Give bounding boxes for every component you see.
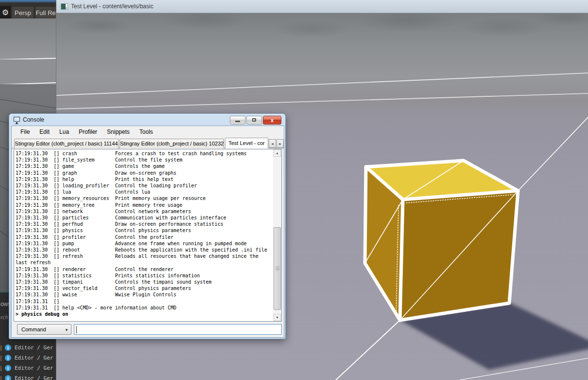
persp-button[interactable]: Persp	[12, 7, 34, 19]
command-mode-label: Command	[21, 326, 46, 332]
log-line: 17:19:31.30 [] refresh Reloads all resou…	[16, 253, 272, 259]
log-line: last refresh	[16, 259, 272, 266]
info-icon: i	[5, 344, 11, 351]
log-line: 17:19:31.30 [] memory_tree Print memory …	[16, 202, 272, 208]
tab-stingray-10232[interactable]: Stingray Editor (cloth_project / basic) …	[120, 139, 224, 148]
scroll-down-icon[interactable]: ▼	[274, 314, 281, 321]
log-row: i Editor / Ger	[0, 353, 56, 363]
log-line: 17:19:31.30 [] wwise Wwise Plugin Contro…	[16, 291, 272, 298]
menu-lua[interactable]: Lua	[54, 127, 74, 137]
log-line: 17:19:31.30 [] loading_profiler Control …	[16, 182, 272, 189]
log-line: 17:19:31.30 [] game Controls the game	[16, 163, 272, 169]
log-line: 17:19:31.30 [] lua Controls lua	[16, 189, 272, 195]
log-line: 17:19:31.30 [] reboot Reboots the applic…	[16, 247, 272, 253]
console-icon	[14, 117, 20, 122]
log-line: 17:19:31.30 [] physics Control physics p…	[16, 227, 272, 234]
physics-cube[interactable]	[365, 161, 518, 320]
console-client-area: File Edit Lua Profiler Snippets Tools St…	[11, 126, 284, 338]
maximize-button[interactable]	[246, 116, 262, 125]
log-line: 17:19:31.30 [] help Print this help text	[16, 176, 272, 182]
log-line: 17:19:31.30 [] timpani Controls the timp…	[16, 279, 272, 285]
console-tabstrip: Stingray Editor (cloth_project / basic) …	[12, 137, 284, 148]
log-line: 17:19:31.31 [] help <CMD> - more informa…	[16, 305, 272, 311]
tab-scroll-right-icon[interactable]: ▸	[277, 139, 284, 148]
viewport-tab-bar[interactable]: Test Level - content/levels/basic	[56, 0, 588, 13]
log-line: 17:19:31.30 [] memory_resources Print me…	[16, 195, 272, 201]
chevron-down-icon: ▼	[65, 328, 69, 332]
text-caret	[76, 326, 77, 333]
log-row: i Editor / Ger	[0, 343, 56, 353]
console-log-area[interactable]: 17:19:31.30 [] crash Forces a crash to t…	[14, 149, 282, 322]
log-line: 17:19:31.30 [] file_system Control the f…	[16, 157, 272, 163]
tab-scroll-left-icon[interactable]: ◂	[269, 139, 276, 148]
full-render-button[interactable]: Full Re	[35, 7, 56, 19]
log-line: > physics debug on	[16, 311, 272, 317]
menu-snippets[interactable]: Snippets	[102, 127, 135, 137]
minimize-button[interactable]	[230, 116, 245, 125]
info-icon: i	[5, 365, 11, 371]
menu-tools[interactable]: Tools	[135, 127, 158, 137]
console-menubar: File Edit Lua Profiler Snippets Tools	[12, 126, 284, 137]
log-row: i Editor / Ger	[0, 363, 56, 374]
close-button[interactable]: x	[263, 116, 281, 125]
log-line: 17:19:31.30 [] profiler Control the prof…	[16, 234, 272, 240]
tab-stingray-11144[interactable]: Stingray Editor (cloth_project / basic) …	[14, 139, 119, 148]
console-titlebar[interactable]: Console x	[9, 114, 285, 126]
scrollbar-thumb[interactable]	[274, 227, 281, 310]
log-line: 17:19:31.30 [] statistics Prints statist…	[16, 272, 272, 279]
log-line: 17:19:31.30 [] pump Advance one frame wh…	[16, 240, 272, 247]
log-line: 17:19:31.30 [] crash Forces a crash to t…	[16, 150, 272, 157]
left-viewport-sky	[0, 18, 56, 59]
info-icon: i	[5, 375, 11, 380]
menu-profiler[interactable]: Profiler	[74, 127, 102, 137]
log-line: 17:19:31.30 [] renderer Control the rend…	[16, 266, 272, 272]
log-scrollbar[interactable]: ▲ ▼	[273, 149, 281, 321]
search-label-partial: rch	[0, 314, 8, 321]
console-title: Console	[23, 116, 44, 123]
tab-test-level[interactable]: Test Level - cor	[225, 138, 268, 148]
log-row: i Editor / Ger	[0, 374, 56, 380]
viewport-tab-title: Test Level - content/levels/basic	[71, 3, 153, 10]
log-line: 17:19:31.30 [] network Control network p…	[16, 208, 272, 215]
level-thumbnail-icon	[61, 3, 68, 10]
info-icon: i	[5, 355, 11, 361]
log-line: 17:19:31.30 [] vector_field Control phys…	[16, 285, 272, 291]
scroll-up-icon[interactable]: ▲	[274, 149, 281, 157]
console-window: Console x File Edit Lua Profiler Snippet…	[9, 113, 286, 339]
log-line: 17:19:31.30 [] graph Draw on-screen grap…	[16, 170, 272, 176]
menu-file[interactable]: File	[16, 127, 35, 137]
log-line: 17:19:31.31 []	[16, 298, 272, 305]
gear-icon[interactable]: ⚙	[0, 6, 11, 19]
viewport-toolbar: ⚙ Persp Full Re	[0, 2, 56, 18]
log-line: 17:19:31.30 [] perfhud Draw on-screen pe…	[16, 221, 272, 227]
menu-edit[interactable]: Edit	[35, 127, 54, 137]
console-log-lines: 17:19:31.30 [] crash Forces a crash to t…	[16, 150, 272, 317]
left-viewport-band	[0, 59, 56, 84]
command-mode-dropdown[interactable]: Command ▼	[17, 324, 71, 335]
command-input[interactable]	[74, 324, 282, 335]
log-line: 17:19:31.30 [] particles Communication w…	[16, 215, 272, 221]
